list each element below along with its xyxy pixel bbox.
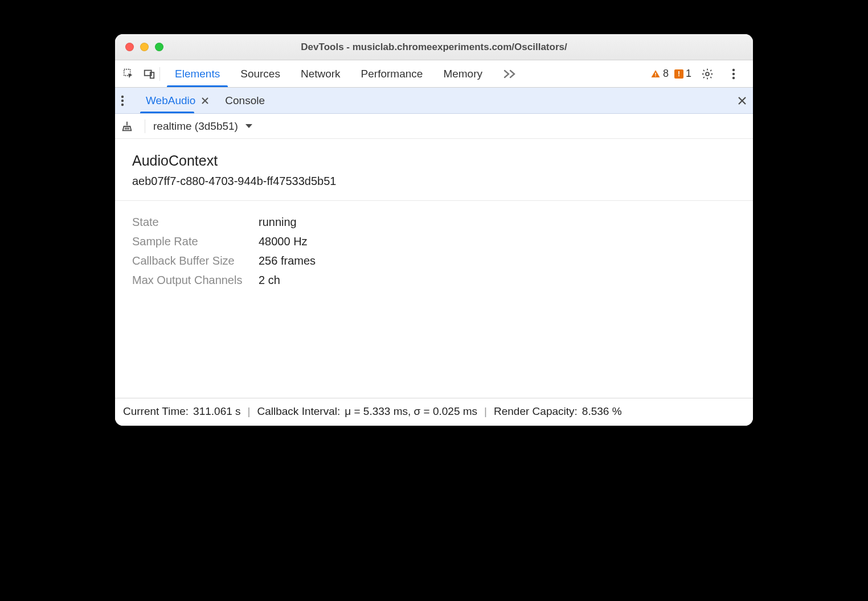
current-time-value: 311.061 s: [193, 405, 240, 418]
window-title: DevTools - musiclab.chromeexperiments.co…: [115, 42, 753, 53]
tab-network[interactable]: Network: [290, 60, 351, 87]
tab-performance[interactable]: Performance: [351, 60, 433, 87]
tab-label: WebAudio: [146, 94, 195, 107]
separator: |: [245, 405, 253, 418]
divider: [145, 120, 145, 133]
tab-label: Sources: [240, 68, 280, 80]
settings-button[interactable]: [697, 63, 718, 85]
property-row: Max Output Channels 2 ch: [132, 270, 736, 290]
property-label: Callback Buffer Size: [132, 251, 259, 270]
property-row: State running: [132, 212, 736, 232]
tab-label: Memory: [443, 68, 482, 80]
kebab-icon: [121, 95, 124, 106]
close-icon: [737, 96, 747, 106]
context-dropdown[interactable]: realtime (3d5b51): [153, 120, 253, 133]
inspect-element-icon[interactable]: [118, 63, 139, 85]
tab-sources[interactable]: Sources: [230, 60, 290, 87]
gear-icon: [701, 68, 714, 80]
property-label: State: [132, 212, 259, 232]
property-row: Sample Rate 48000 Hz: [132, 232, 736, 251]
device-toolbar-icon[interactable]: [139, 63, 159, 85]
broom-icon: [121, 120, 133, 133]
status-bar: Current Time: 311.061 s | Callback Inter…: [115, 398, 753, 426]
warning-icon: [650, 69, 661, 79]
toolbar-right: 8 ! 1: [650, 63, 750, 85]
close-drawer-button[interactable]: [737, 96, 747, 106]
drawer-tab-console[interactable]: Console: [217, 88, 273, 113]
callback-interval-label: Callback Interval:: [257, 405, 341, 418]
error-icon: !: [674, 69, 683, 79]
context-heading: AudioContext: [132, 153, 736, 169]
separator: |: [482, 405, 489, 418]
svg-point-9: [121, 95, 124, 97]
property-row: Callback Buffer Size 256 frames: [132, 251, 736, 270]
svg-rect-4: [655, 75, 656, 76]
chevron-double-right-icon: [503, 69, 518, 79]
panel-content: AudioContext aeb07ff7-c880-4703-944b-ff4…: [115, 139, 753, 295]
warnings-badge[interactable]: 8: [650, 68, 669, 80]
dropdown-label: realtime (3d5b51): [153, 120, 238, 133]
kebab-icon: [732, 68, 735, 80]
property-value: 2 ch: [259, 270, 280, 290]
property-value: running: [259, 212, 297, 232]
traffic-lights: [115, 43, 163, 51]
main-tabs: Elements Sources Network Performance Mem…: [165, 60, 650, 87]
minimize-window-button[interactable]: [140, 43, 149, 51]
tab-label: Network: [301, 68, 341, 80]
tab-elements[interactable]: Elements: [165, 60, 230, 87]
maximize-window-button[interactable]: [155, 43, 163, 51]
close-tab-icon[interactable]: [201, 97, 209, 105]
tab-memory[interactable]: Memory: [433, 60, 493, 87]
properties-list: State running Sample Rate 48000 Hz Callb…: [132, 201, 736, 290]
drawer-tabs: WebAudio Console: [138, 88, 737, 113]
tab-label: Elements: [175, 68, 220, 80]
titlebar: DevTools - musiclab.chromeexperiments.co…: [115, 34, 753, 60]
property-label: Max Output Channels: [132, 270, 259, 290]
current-time-label: Current Time:: [123, 405, 189, 418]
svg-point-7: [732, 72, 735, 75]
svg-point-11: [121, 103, 124, 105]
errors-count: 1: [686, 68, 691, 80]
render-capacity-label: Render Capacity:: [494, 405, 578, 418]
property-value: 48000 Hz: [259, 232, 308, 251]
warnings-count: 8: [663, 68, 669, 80]
more-tabs-button[interactable]: [493, 60, 528, 87]
context-bar: realtime (3d5b51): [115, 114, 753, 139]
errors-badge[interactable]: ! 1: [674, 68, 691, 80]
property-label: Sample Rate: [132, 232, 259, 251]
svg-point-6: [732, 68, 735, 71]
tab-label: Console: [225, 94, 265, 107]
kebab-menu-button[interactable]: [723, 63, 744, 85]
chevron-down-icon: [245, 124, 253, 129]
callback-interval-value: μ = 5.333 ms, σ = 0.025 ms: [345, 405, 477, 418]
svg-point-10: [121, 99, 124, 101]
divider: [159, 67, 160, 81]
garbage-collect-button[interactable]: [121, 120, 137, 133]
close-window-button[interactable]: [125, 43, 134, 51]
property-value: 256 frames: [259, 251, 316, 270]
svg-rect-3: [655, 72, 656, 75]
drawer-toolbar: WebAudio Console: [115, 88, 753, 114]
svg-point-8: [732, 76, 735, 79]
devtools-window: DevTools - musiclab.chromeexperiments.co…: [115, 34, 753, 426]
render-capacity-value: 8.536 %: [582, 405, 622, 418]
drawer-tab-webaudio[interactable]: WebAudio: [138, 88, 217, 113]
main-toolbar: Elements Sources Network Performance Mem…: [115, 60, 753, 88]
svg-point-5: [706, 72, 709, 76]
tab-label: Performance: [361, 68, 423, 80]
empty-area: [115, 295, 753, 398]
drawer-kebab-menu[interactable]: [121, 95, 134, 106]
context-uuid: aeb07ff7-c880-4703-944b-ff47533d5b51: [132, 175, 736, 200]
